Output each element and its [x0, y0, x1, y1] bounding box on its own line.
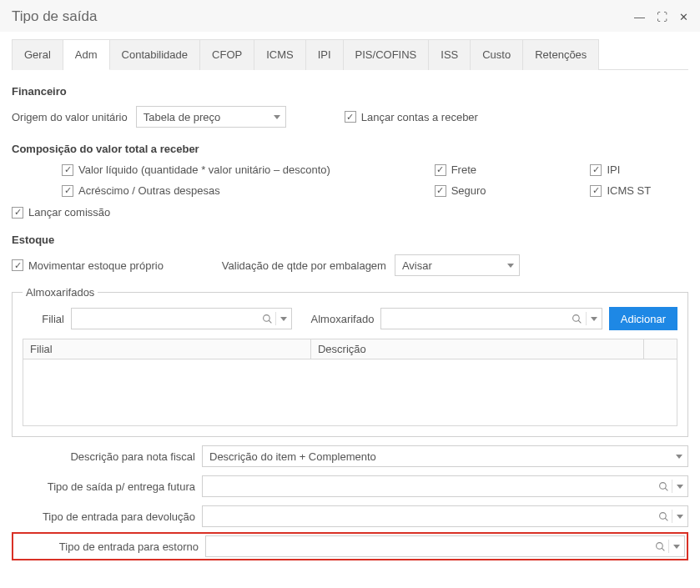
chk-label: Valor líquido (quantidade * valor unitár…	[78, 163, 330, 176]
chevron-down-icon	[274, 115, 280, 119]
chevron-down-icon[interactable]	[276, 317, 291, 321]
section-estoque: Estoque	[12, 234, 688, 246]
tab-iss[interactable]: ISS	[429, 39, 471, 70]
search-icon[interactable]	[655, 481, 672, 492]
almox-fieldset: Almoxarifados Filial Almoxarifado Adicio…	[12, 286, 688, 437]
chk-label: IPI	[607, 163, 620, 176]
tabs: GeralAdmContabilidadeCFOPICMSIPIPIS/COFI…	[12, 38, 688, 70]
almox-legend: Almoxarifados	[23, 286, 98, 299]
maximize-icon[interactable]: ⛶	[657, 12, 667, 23]
th-actions	[644, 339, 677, 359]
filial-input[interactable]	[72, 309, 259, 329]
chk-ipi[interactable]: IPI	[590, 163, 688, 176]
origem-label: Origem do valor unitário	[12, 111, 128, 123]
entrada-devolucao-label: Tipo de entrada para devolução	[12, 510, 195, 523]
check-icon	[12, 207, 23, 219]
check-icon	[12, 259, 23, 271]
chk-seguro[interactable]: Seguro	[435, 184, 524, 197]
chk-frete[interactable]: Frete	[435, 163, 524, 176]
chk-label: Acréscimo / Outras despesas	[78, 184, 220, 197]
chevron-down-icon[interactable]	[672, 515, 687, 519]
lancar-contas-checkbox[interactable]: Lançar contas a receber	[345, 111, 478, 123]
saida-futura-label: Tipo de saída p/ entrega futura	[12, 480, 195, 493]
minimize-icon[interactable]: —	[634, 12, 645, 23]
valid-embalagem-label: Validação de qtde por embalagem	[222, 259, 386, 272]
origem-select[interactable]: Tabela de preço	[136, 106, 286, 128]
tab-pis-cofins[interactable]: PIS/COFINS	[344, 39, 430, 70]
chevron-down-icon	[676, 455, 682, 459]
tab-reten-es[interactable]: Retenções	[523, 39, 599, 70]
chk-label: Movimentar estoque próprio	[28, 259, 164, 272]
entrada-estorno-label: Tipo de entrada para estorno	[15, 540, 199, 553]
svg-point-2	[573, 314, 580, 321]
entrada-estorno-input[interactable]	[206, 536, 652, 556]
svg-line-7	[665, 518, 667, 520]
almox-label: Almoxarifado	[299, 313, 374, 325]
svg-line-5	[665, 488, 667, 490]
chk-label: Lançar comissão	[28, 206, 110, 219]
tab-geral[interactable]: Geral	[12, 39, 63, 70]
check-icon	[345, 111, 356, 123]
filial-label: Filial	[23, 313, 64, 325]
check-icon	[62, 164, 73, 176]
svg-line-3	[578, 320, 581, 323]
chk-valor-liquido[interactable]: Valor líquido (quantidade * valor unitár…	[62, 163, 368, 176]
titlebar: Tipo de saída — ⛶ ✕	[0, 0, 700, 32]
almox-combo[interactable]	[380, 308, 602, 329]
valid-embalagem-select[interactable]: Avisar	[395, 254, 520, 276]
svg-line-9	[662, 548, 664, 550]
th-filial[interactable]: Filial	[23, 339, 311, 359]
table-body-empty	[23, 359, 677, 426]
desc-nf-label: Descrição para nota fiscal	[12, 450, 195, 463]
chevron-down-icon[interactable]	[672, 485, 687, 489]
check-icon	[435, 185, 446, 197]
check-icon	[590, 185, 602, 197]
search-icon[interactable]	[569, 314, 586, 324]
close-icon[interactable]: ✕	[679, 12, 688, 23]
chk-label: Seguro	[451, 184, 486, 197]
lancar-contas-label: Lançar contas a receber	[361, 111, 478, 123]
check-icon	[435, 164, 446, 176]
tab-cfop[interactable]: CFOP	[200, 39, 254, 70]
chevron-down-icon[interactable]	[669, 545, 684, 549]
chevron-down-icon	[507, 264, 514, 268]
svg-point-6	[659, 512, 666, 519]
chk-movimentar-estoque[interactable]: Movimentar estoque próprio	[12, 259, 164, 272]
saida-futura-input[interactable]	[203, 476, 655, 496]
desc-nf-value: Descrição do item + Complemento	[209, 450, 376, 463]
chk-lancar-comissao[interactable]: Lançar comissão	[12, 206, 110, 219]
chk-acrescimo[interactable]: Acréscimo / Outras despesas	[62, 184, 368, 197]
search-icon[interactable]	[652, 541, 668, 552]
saida-futura-combo[interactable]	[202, 475, 688, 497]
chk-icms-st[interactable]: ICMS ST	[590, 184, 688, 197]
section-composicao: Composição do valor total a receber	[12, 143, 688, 155]
svg-point-0	[264, 314, 270, 321]
entrada-devolucao-input[interactable]	[203, 506, 655, 526]
tab-custo[interactable]: Custo	[471, 39, 523, 70]
check-icon	[590, 164, 602, 176]
almox-table: Filial Descrição	[23, 339, 677, 359]
svg-point-4	[659, 482, 666, 489]
tab-adm[interactable]: Adm	[63, 39, 110, 70]
svg-line-1	[269, 320, 271, 323]
svg-point-8	[656, 542, 662, 549]
tab-contabilidade[interactable]: Contabilidade	[110, 39, 201, 70]
chk-label: Frete	[451, 163, 476, 176]
th-descricao[interactable]: Descrição	[310, 339, 643, 359]
valid-embalagem-value: Avisar	[402, 259, 432, 272]
tab-icms[interactable]: ICMS	[254, 39, 306, 70]
origem-value: Tabela de preço	[144, 111, 221, 123]
add-button[interactable]: Adicionar	[609, 307, 677, 330]
section-financeiro: Financeiro	[12, 85, 688, 98]
window-title: Tipo de saída	[12, 8, 97, 25]
entrada-devolucao-combo[interactable]	[202, 505, 688, 527]
desc-nf-select[interactable]: Descrição do item + Complemento	[202, 445, 688, 467]
almox-input[interactable]	[381, 309, 568, 329]
tab-ipi[interactable]: IPI	[306, 39, 344, 70]
search-icon[interactable]	[655, 511, 672, 522]
search-icon[interactable]	[259, 314, 275, 324]
highlight-box: Tipo de entrada para estorno	[12, 532, 688, 560]
chevron-down-icon[interactable]	[587, 317, 602, 321]
entrada-estorno-combo[interactable]	[205, 535, 685, 557]
filial-combo[interactable]	[71, 308, 292, 329]
